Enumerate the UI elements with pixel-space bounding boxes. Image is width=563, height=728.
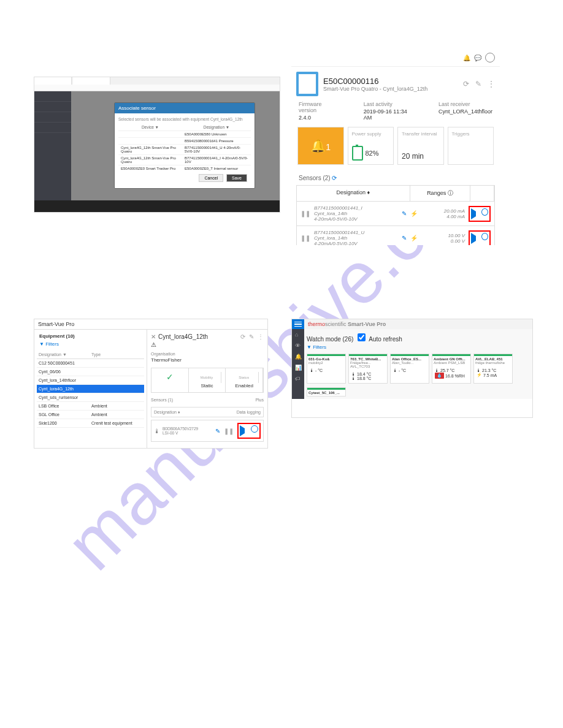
bell-icon[interactable]: 🔔 <box>295 354 301 360</box>
table-row-selected[interactable]: Cynt_lora4G_12th <box>37 385 144 393</box>
col-datalogging[interactable]: Data logging <box>225 410 261 414</box>
settings-icon[interactable] <box>481 208 488 216</box>
tile[interactable]: Ambient GN Offi...Ambient PSM_LSB🌡 25.7 … <box>432 354 471 384</box>
warn-icon: ⚠ <box>151 341 264 348</box>
pause-icon[interactable]: ❚❚ <box>224 428 234 434</box>
sensors-label: Sensors (1) <box>151 398 226 402</box>
tile[interactable]: 031-Go-Ko&mobility2🌡 - °C <box>307 354 346 384</box>
watch-heading: Watch mode (26) <box>307 336 353 343</box>
col-designation[interactable]: Designation ▼ <box>182 124 251 131</box>
edit-icon[interactable]: ✎ <box>402 210 407 217</box>
ti-label: Transfer interval <box>402 131 440 137</box>
col-designation[interactable]: Designation ♦ <box>297 186 410 201</box>
table-row[interactable]: Cynt_sds_rurisensor <box>37 393 144 402</box>
edit-icon[interactable]: ✎ <box>215 428 220 434</box>
alarm-card[interactable]: 🔔1 <box>297 127 344 165</box>
save-button[interactable]: Save <box>226 174 247 182</box>
avatar-icon[interactable] <box>485 53 495 63</box>
app-main-dim: Associate sensor Selected sensors will b… <box>71 91 280 200</box>
fw-label: Firmware version <box>299 101 322 113</box>
pause-icon[interactable]: ❚❚ <box>301 210 310 217</box>
action-highlight <box>469 206 491 222</box>
sensor-row: ❚❚ B774115000001441_UCynt_lora_14th4-20m… <box>296 226 495 245</box>
more-icon[interactable]: ⋮ <box>488 80 495 88</box>
status-cell: ✓ <box>151 368 189 392</box>
mobility-label: Mobility <box>193 372 222 383</box>
org-label: Organisation <box>151 352 264 356</box>
home-icon[interactable]: ⌂ <box>295 332 301 338</box>
cell: B774115000001441_I 4-20mA/0-5V/0-10V <box>182 155 251 165</box>
app-sidebar <box>34 91 71 200</box>
cell: B774115000001441_U 4-20mA/0-5V/0-10V <box>182 145 251 155</box>
tg-label: Triggers <box>452 131 490 137</box>
col-device[interactable]: Device ▼ <box>118 124 182 131</box>
refresh-icon[interactable]: ⟳ <box>463 80 469 88</box>
ps-value: 82% <box>366 150 379 157</box>
cell: Cynt_lora4G_12th Smart-Vue Pro Quatro <box>118 155 182 165</box>
notif-chat-icon[interactable]: 💬 <box>474 55 481 61</box>
taskbar <box>34 200 280 213</box>
sensors-label: Sensors (2) <box>299 175 331 181</box>
device-subtitle: Smart-Vue Pro Quatro - Cynt_lora4G_12th <box>323 86 427 92</box>
table-row[interactable]: Side1200Crenit test equipment <box>37 419 144 428</box>
cell: B594150800001641 Pressure <box>182 138 251 145</box>
table-row[interactable]: LSB OfficeAmbient <box>37 402 144 411</box>
play-icon[interactable] <box>240 425 250 436</box>
table-row[interactable]: Cynt_06/06 <box>37 368 144 376</box>
filters-link[interactable]: Filters <box>45 341 59 347</box>
table-row[interactable]: SGL OfficeAmbient <box>37 411 144 419</box>
equipment-heading: Equipment (10) <box>39 333 75 339</box>
play-icon[interactable] <box>471 233 480 244</box>
ps-label: Power supply <box>352 131 390 137</box>
notif-bell-icon[interactable]: 🔔 <box>463 55 470 61</box>
nav-sidebar: ⌂ 👁 🔔 📊 🏷 <box>292 329 304 399</box>
humidity-alert-icon: 💧 <box>435 373 444 379</box>
sensor-icon: 🌡 <box>154 428 160 434</box>
bolt-icon: ⚡ <box>410 235 418 241</box>
app-title: Smart-Vue Pro <box>38 321 74 327</box>
col-ranges[interactable]: Ranges ⓘ <box>410 186 471 201</box>
modal-hint: Selected sensors will be associated with… <box>118 117 251 121</box>
edit-icon[interactable]: ✎ <box>249 333 254 340</box>
cancel-button[interactable]: Cancel <box>199 174 223 182</box>
tile[interactable]: 703_TC_WhiteB...Fridge/free... AVL_TC703… <box>348 354 388 384</box>
more-icon[interactable]: ⋮ <box>258 333 264 340</box>
tile[interactable]: Alan Office_ES...Alan_Toolki...🌡 - °C <box>390 354 429 384</box>
interval-card: Transfer interval 20 min <box>397 127 444 165</box>
bolt-icon: ⚡ <box>410 210 418 217</box>
device-icon <box>296 72 318 96</box>
tile[interactable]: Cytest_5C_106_... <box>307 387 346 396</box>
lr-value: Cynt_LORA_14thfloor <box>439 108 492 115</box>
col-designation[interactable]: Designation ♦ <box>154 410 225 414</box>
status-value: Enabled <box>236 383 253 389</box>
tag-icon[interactable]: 🏷 <box>295 376 301 382</box>
pause-icon[interactable]: ❚❚ <box>301 235 310 241</box>
auto-refresh-checkbox[interactable] <box>358 333 366 341</box>
col-designation[interactable]: Designation ▼ <box>37 351 90 359</box>
close-icon[interactable]: ✕ <box>151 333 156 340</box>
settings-icon[interactable] <box>251 425 258 433</box>
chart-icon[interactable]: 📊 <box>295 365 301 371</box>
fw-value: 2.4.0 <box>299 115 339 121</box>
eye-icon[interactable]: 👁 <box>295 343 301 349</box>
table-row[interactable]: Cynt_lora_14thfloor <box>37 376 144 385</box>
settings-icon[interactable] <box>481 233 488 240</box>
edit-icon[interactable]: ✎ <box>475 80 481 88</box>
filters-link[interactable]: Filters <box>313 344 326 350</box>
detail-title: Cynt_lora4G_12th <box>158 333 208 340</box>
col-type[interactable]: Type <box>90 351 144 359</box>
figure-associate-sensor: Associate sensor Selected sensors will b… <box>34 77 280 213</box>
cell <box>118 138 182 145</box>
lr-label: Last receiver <box>439 101 470 107</box>
refresh-icon[interactable]: ⟳ <box>240 333 245 340</box>
mobility-value: Static <box>201 383 213 389</box>
tile[interactable]: AVL_ELAB_451fridge thermofishe🌡 21.3 °C⚡… <box>473 354 513 384</box>
refresh-sensors-icon[interactable]: ⟳ <box>332 175 337 181</box>
device-id: E50C00000116 <box>323 77 427 86</box>
hamburger-icon[interactable] <box>292 319 304 329</box>
play-icon[interactable] <box>471 208 480 219</box>
ti-value: 20 min <box>402 152 440 161</box>
table-row[interactable]: C12 50C00000451 <box>37 359 144 368</box>
edit-icon[interactable]: ✎ <box>402 235 407 241</box>
bell-icon: 🔔1 <box>310 138 331 153</box>
